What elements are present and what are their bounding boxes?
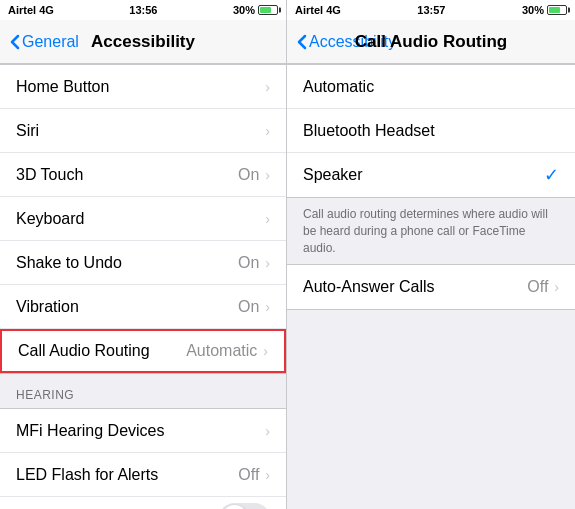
shake-to-undo-chevron-icon: › <box>265 255 270 271</box>
speaker-checkmark-icon: ✓ <box>544 164 559 186</box>
home-button-row[interactable]: Home Button › <box>0 65 286 109</box>
3d-touch-value: On <box>238 166 259 184</box>
speaker-option-row[interactable]: Speaker ✓ <box>287 153 575 197</box>
keyboard-label: Keyboard <box>16 210 265 228</box>
shake-to-undo-value: On <box>238 254 259 272</box>
call-audio-routing-value: Automatic <box>186 342 257 360</box>
mfi-hearing-devices-label: MFi Hearing Devices <box>16 422 265 440</box>
led-flash-alerts-label: LED Flash for Alerts <box>16 466 238 484</box>
home-button-chevron-icon: › <box>265 79 270 95</box>
right-battery-icon <box>547 5 567 15</box>
vibration-label: Vibration <box>16 298 238 316</box>
mono-audio-row[interactable]: Mono Audio <box>0 497 286 509</box>
routing-description: Call audio routing determines where audi… <box>287 198 575 264</box>
left-back-button[interactable]: General <box>10 33 79 51</box>
auto-answer-calls-value: Off <box>527 278 548 296</box>
right-panel: Airtel 4G 13:57 30% Accessibility Call A… <box>287 0 575 509</box>
mfi-hearing-devices-row[interactable]: MFi Hearing Devices › <box>0 409 286 453</box>
automatic-option-row[interactable]: Automatic <box>287 65 575 109</box>
left-battery-percent: 30% <box>233 4 255 16</box>
led-flash-alerts-value: Off <box>238 466 259 484</box>
mono-audio-toggle-knob <box>221 505 248 509</box>
mono-audio-toggle[interactable] <box>219 503 270 509</box>
call-audio-routing-row[interactable]: Call Audio Routing Automatic › <box>0 329 286 373</box>
shake-to-undo-label: Shake to Undo <box>16 254 238 272</box>
routing-options-card: Automatic Bluetooth Headset Speaker ✓ <box>287 64 575 198</box>
left-carrier: Airtel 4G <box>8 4 54 16</box>
left-settings-list: Home Button › Siri › 3D Touch On › Keybo… <box>0 64 286 509</box>
left-nav-bar: General Accessibility <box>0 20 286 64</box>
mfi-hearing-devices-chevron-icon: › <box>265 423 270 439</box>
right-carrier: Airtel 4G <box>295 4 341 16</box>
siri-label: Siri <box>16 122 265 140</box>
left-battery-icon <box>258 5 278 15</box>
right-back-chevron-icon <box>297 34 307 50</box>
call-audio-routing-chevron-icon: › <box>263 343 268 359</box>
shake-to-undo-row[interactable]: Shake to Undo On › <box>0 241 286 285</box>
3d-touch-row[interactable]: 3D Touch On › <box>0 153 286 197</box>
right-time: 13:57 <box>417 4 445 16</box>
right-battery-percent: 30% <box>522 4 544 16</box>
vibration-value: On <box>238 298 259 316</box>
auto-answer-calls-row[interactable]: Auto-Answer Calls Off › <box>287 265 575 309</box>
hearing-section-header: HEARING <box>0 374 286 408</box>
bluetooth-headset-option-row[interactable]: Bluetooth Headset <box>287 109 575 153</box>
left-status-bar: Airtel 4G 13:56 30% <box>0 0 286 20</box>
right-battery-fill <box>549 7 560 13</box>
keyboard-chevron-icon: › <box>265 211 270 227</box>
home-button-label: Home Button <box>16 78 265 96</box>
3d-touch-chevron-icon: › <box>265 167 270 183</box>
left-back-chevron-icon <box>10 34 20 50</box>
right-settings-list: Automatic Bluetooth Headset Speaker ✓ Ca… <box>287 64 575 509</box>
right-status-bar: Airtel 4G 13:57 30% <box>287 0 575 20</box>
auto-answer-calls-chevron-icon: › <box>554 279 559 295</box>
left-back-label: General <box>22 33 79 51</box>
siri-chevron-icon: › <box>265 123 270 139</box>
auto-answer-card: Auto-Answer Calls Off › <box>287 264 575 310</box>
bluetooth-headset-option-label: Bluetooth Headset <box>303 122 559 140</box>
siri-row[interactable]: Siri › <box>0 109 286 153</box>
left-battery-fill <box>260 7 271 13</box>
right-nav-title: Call Audio Routing <box>355 32 507 52</box>
keyboard-row[interactable]: Keyboard › <box>0 197 286 241</box>
led-flash-alerts-chevron-icon: › <box>265 467 270 483</box>
led-flash-alerts-row[interactable]: LED Flash for Alerts Off › <box>0 453 286 497</box>
call-audio-routing-label: Call Audio Routing <box>18 342 186 360</box>
right-nav-bar: Accessibility Call Audio Routing <box>287 20 575 64</box>
automatic-option-label: Automatic <box>303 78 559 96</box>
vibration-row[interactable]: Vibration On › <box>0 285 286 329</box>
main-settings-card: Home Button › Siri › 3D Touch On › Keybo… <box>0 64 286 374</box>
speaker-option-label: Speaker <box>303 166 544 184</box>
right-status-icons: 30% <box>522 4 567 16</box>
vibration-chevron-icon: › <box>265 299 270 315</box>
auto-answer-calls-label: Auto-Answer Calls <box>303 278 527 296</box>
left-time: 13:56 <box>129 4 157 16</box>
3d-touch-label: 3D Touch <box>16 166 238 184</box>
hearing-settings-card: MFi Hearing Devices › LED Flash for Aler… <box>0 408 286 509</box>
left-nav-title: Accessibility <box>91 32 195 52</box>
left-status-icons: 30% <box>233 4 278 16</box>
left-panel: Airtel 4G 13:56 30% General Accessibilit… <box>0 0 287 509</box>
